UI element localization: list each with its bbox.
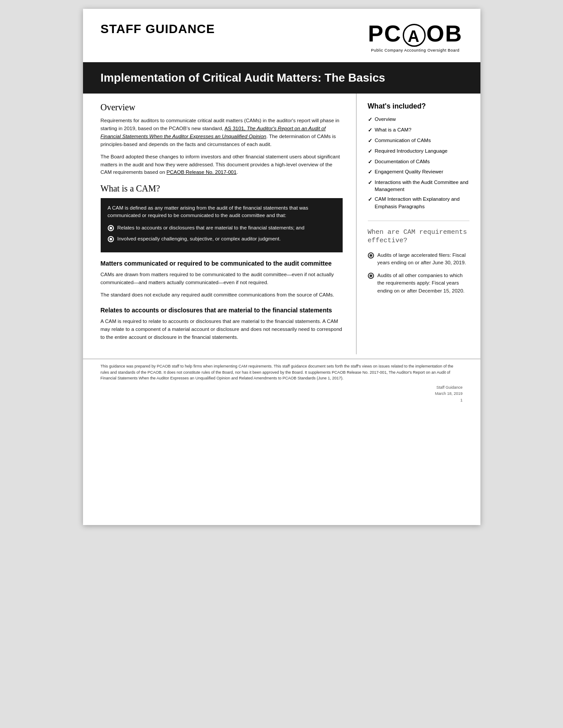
footer-label: Staff Guidance bbox=[436, 385, 462, 390]
matters-para2: The standard does not exclude any requir… bbox=[101, 291, 343, 299]
footer-page: 1 bbox=[460, 398, 462, 402]
check-icon-8: ✓ bbox=[368, 196, 372, 203]
checklist-item-7-label: Interactions with the Audit Committee an… bbox=[375, 179, 469, 193]
checklist-item-4-label: Required Introductory Language bbox=[375, 147, 448, 154]
check-icon-7: ✓ bbox=[368, 179, 372, 187]
checklist-item-4: ✓ Required Introductory Language bbox=[368, 147, 469, 155]
bullet-circle-2 bbox=[108, 236, 114, 242]
cam-bullet-1: Relates to accounts or disclosures that … bbox=[108, 224, 336, 232]
check-icon-5: ✓ bbox=[368, 158, 372, 166]
checklist-item-1-label: Overview bbox=[375, 116, 396, 123]
header: STAFF GUIDANCE PCAOB Public Company Acco… bbox=[83, 9, 480, 57]
right-column: What's included? ✓ Overview ✓ What is a … bbox=[357, 94, 480, 354]
cam-bullet-2-text: Involved especially challenging, subject… bbox=[117, 235, 281, 243]
checklist-item-2-label: What is a CAM? bbox=[375, 126, 412, 133]
footer-bottom: Staff Guidance March 18, 2019 1 bbox=[101, 384, 463, 403]
checklist: ✓ Overview ✓ What is a CAM? ✓ Communicat… bbox=[368, 116, 469, 210]
when-cam-heading: When are CAM requirements effective? bbox=[368, 228, 469, 245]
check-icon-2: ✓ bbox=[368, 127, 372, 134]
bullet-circle-1 bbox=[108, 225, 114, 231]
logo-subtitle: Public Company Accounting Oversight Boar… bbox=[368, 48, 462, 53]
overview-heading: Overview bbox=[101, 102, 343, 113]
footer-date: March 18, 2019 bbox=[435, 391, 463, 396]
as3101-link[interactable]: AS 3101, The Auditor's Report on an Audi… bbox=[101, 126, 326, 139]
checklist-item-2: ✓ What is a CAM? bbox=[368, 126, 469, 134]
cam-definition-box: A CAM is defined as any matter arising f… bbox=[101, 198, 343, 252]
overview-para1: Requirements for auditors to communicate… bbox=[101, 117, 343, 148]
check-icon-6: ✓ bbox=[368, 169, 372, 176]
checklist-item-7: ✓ Interactions with the Audit Committee … bbox=[368, 179, 469, 193]
footer-right: Staff Guidance March 18, 2019 1 bbox=[435, 384, 463, 403]
cam-box-text: A CAM is defined as any matter arising f… bbox=[108, 204, 336, 220]
check-icon-3: ✓ bbox=[368, 137, 372, 145]
when-bullet-1: Audits of large accelerated filers: Fisc… bbox=[368, 251, 469, 267]
staff-guidance-title: STAFF GUIDANCE bbox=[101, 22, 215, 36]
when-bullet-circle-2 bbox=[368, 273, 374, 279]
check-icon-4: ✓ bbox=[368, 148, 372, 155]
when-bullet-circle-1 bbox=[368, 252, 374, 259]
matters-heading: Matters communicated or required to be c… bbox=[101, 259, 343, 267]
logo-text: PCAOB bbox=[368, 22, 462, 47]
cam-bullet-2: Involved especially challenging, subject… bbox=[108, 235, 336, 243]
when-bullet-1-text: Audits of large accelerated filers: Fisc… bbox=[378, 251, 469, 267]
left-column: Overview Requirements for auditors to co… bbox=[83, 94, 357, 354]
checklist-item-1: ✓ Overview bbox=[368, 116, 469, 124]
logo-area: PCAOB Public Company Accounting Oversigh… bbox=[368, 22, 462, 53]
checklist-item-5: ✓ Documentation of CAMs bbox=[368, 158, 469, 166]
document-title: Implementation of Critical Audit Matters… bbox=[101, 71, 463, 85]
when-cam-section: When are CAM requirements effective? Aud… bbox=[368, 221, 469, 295]
footer: This guidance was prepared by PCAOB staf… bbox=[83, 359, 480, 407]
title-banner: Implementation of Critical Audit Matters… bbox=[83, 62, 480, 94]
checklist-item-3-label: Communication of CAMs bbox=[375, 137, 431, 144]
whats-included-section: What's included? ✓ Overview ✓ What is a … bbox=[368, 102, 469, 210]
cam-bullet-1-text: Relates to accounts or disclosures that … bbox=[117, 224, 305, 232]
footer-text: This guidance was prepared by PCAOB staf… bbox=[101, 364, 463, 382]
checklist-item-8-label: CAM Interaction with Explanatory and Emp… bbox=[375, 195, 469, 210]
overview-para2: The Board adopted these changes to infor… bbox=[101, 153, 343, 176]
relates-heading: Relates to accounts or disclosures that … bbox=[101, 306, 343, 314]
checklist-item-3: ✓ Communication of CAMs bbox=[368, 137, 469, 145]
matters-para1: CAMs are drawn from matters required to … bbox=[101, 271, 343, 287]
checklist-item-5-label: Documentation of CAMs bbox=[375, 158, 430, 165]
what-is-cam-heading: What is a CAM? bbox=[101, 184, 343, 194]
relates-para1: A CAM is required to relate to accounts … bbox=[101, 318, 343, 341]
when-bullet-2-text: Audits of all other companies to which t… bbox=[378, 272, 469, 295]
check-icon-1: ✓ bbox=[368, 116, 372, 124]
main-content: Overview Requirements for auditors to co… bbox=[83, 94, 480, 354]
when-bullet-2: Audits of all other companies to which t… bbox=[368, 272, 469, 295]
release-link[interactable]: PCAOB Release No. 2017-001 bbox=[166, 169, 237, 175]
checklist-item-8: ✓ CAM Interaction with Explanatory and E… bbox=[368, 195, 469, 210]
checklist-item-6: ✓ Engagement Quality Reviewer bbox=[368, 168, 469, 176]
document-page: STAFF GUIDANCE PCAOB Public Company Acco… bbox=[83, 9, 480, 525]
checklist-item-6-label: Engagement Quality Reviewer bbox=[375, 168, 443, 175]
whats-included-heading: What's included? bbox=[368, 102, 469, 110]
